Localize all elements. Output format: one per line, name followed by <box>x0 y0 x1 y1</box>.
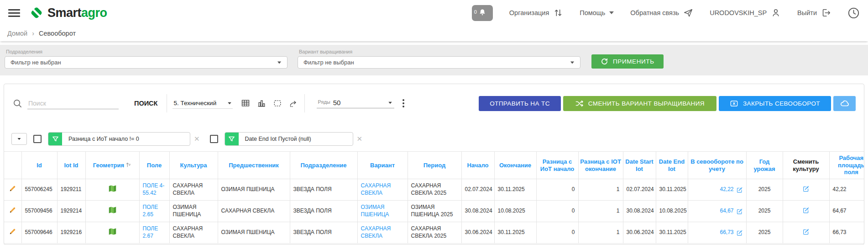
nav-feedback[interactable]: Обратная связь <box>630 8 693 18</box>
send-to-tc-button[interactable]: ОТПРАВИТЬ НА ТС <box>479 96 561 111</box>
view-select[interactable]: 5. Технический <box>173 98 233 109</box>
table-body: 557006245 1929211 ПОЛЕ 4-55.42 САХАРНАЯ … <box>4 179 864 244</box>
export-icon[interactable] <box>289 99 298 108</box>
more-options-icon[interactable] <box>403 99 404 107</box>
header-in-rotation[interactable]: В севообороте по учету <box>688 152 746 179</box>
top-header: Smartagro 0 Организация Помощь Обратная … <box>0 0 868 26</box>
cell-iot-id: 1929211 <box>57 179 85 201</box>
cell-in-rotation[interactable]: 42,22 <box>688 179 746 201</box>
cell-field-link[interactable]: ПОЛЕ 2.67 <box>139 222 169 244</box>
main-card: ПОИСК 5. Технический <box>4 84 864 245</box>
cell-id: 557006245 <box>21 179 57 201</box>
x-square-icon <box>730 99 738 108</box>
table-grid-icon[interactable] <box>241 99 250 108</box>
header-iot-id[interactable]: Iot Id <box>57 152 85 179</box>
swap-arrows-icon <box>553 8 563 18</box>
active-filters-row: Разница с ИоТ начало != 0 ✕ Date End Iot… <box>11 132 864 146</box>
nav-organization-label: Организация <box>509 9 549 16</box>
filter-chip-1-label: Разница с ИоТ начало != 0 <box>62 136 146 142</box>
header-geometry[interactable]: Геометрия <box>85 152 139 179</box>
apply-button[interactable]: ПРИМЕНИТЬ <box>591 54 664 69</box>
nav-logout[interactable]: Выйти <box>797 8 831 18</box>
header-work-area[interactable]: Рабочая площадь поля <box>829 152 864 179</box>
paper-plane-icon <box>683 8 693 18</box>
pencil-square-icon <box>802 228 810 235</box>
change-variant-button[interactable]: СМЕНИТЬ ВАРИАНТ ВЫРАЩИВАНИЯ <box>563 96 716 111</box>
cell-date-start-iot: 30.08.2024 <box>623 201 656 222</box>
header-culture[interactable]: Культура <box>169 152 218 179</box>
nav-organization[interactable]: Организация <box>509 8 563 18</box>
header-change-culture[interactable]: Сменить культуру <box>783 152 829 179</box>
cell-variant-link[interactable]: САХАРНАЯ СВЕКЛА <box>357 179 408 201</box>
topbar-right: 0 Организация Помощь Обратная связь UROD… <box>472 5 860 21</box>
menu-icon[interactable] <box>8 9 20 17</box>
filter-panel: Подразделения Фильтр не выбран Вариант в… <box>0 45 868 75</box>
division-filter-select[interactable]: Фильтр не выбран <box>5 56 288 69</box>
variant-filter-field: Вариант выращивания Фильтр не выбран <box>298 49 580 69</box>
chevron-down-icon <box>389 101 392 104</box>
cell-predecessor: САХАРНАЯ СВЕКЛА <box>218 201 290 222</box>
pencil-icon[interactable] <box>9 185 16 192</box>
header-start[interactable]: Начало <box>461 152 494 179</box>
filter-chip-1[interactable]: Разница с ИоТ начало != 0 <box>48 132 190 146</box>
filter-chip-2[interactable]: Date End Iot Пустой (null) <box>225 132 353 146</box>
cell-in-rotation[interactable]: 66,73 <box>688 222 746 244</box>
filter2-checkbox[interactable] <box>210 135 218 143</box>
cell-iot-id: 1929214 <box>57 201 85 222</box>
breadcrumb-current: Севооборот <box>39 30 76 37</box>
bar-chart-icon[interactable] <box>257 99 266 108</box>
cell-field-link[interactable]: ПОЛЕ 2.65 <box>139 201 169 222</box>
header-date-end-iot[interactable]: Date End Iot <box>656 152 688 179</box>
notification-count-badge: 0 <box>474 9 477 15</box>
cell-in-rotation[interactable]: 64,67 <box>688 201 746 222</box>
cell-field-link[interactable]: ПОЛЕ 4-55.42 <box>139 179 169 201</box>
cell-predecessor: ОЗИМАЯ ПШЕНИЦА <box>218 222 290 244</box>
notifications-button[interactable]: 0 <box>472 5 493 21</box>
filters-dropdown-button[interactable] <box>11 133 27 145</box>
nav-user[interactable]: URODOVSKIH_SP <box>710 8 781 18</box>
cell-geometry <box>85 222 139 244</box>
cell-change-culture[interactable] <box>783 179 829 201</box>
header-end[interactable]: Окончание <box>494 152 536 179</box>
logout-label: Выйти <box>797 9 817 16</box>
nav-feedback-label: Обратная связь <box>630 9 679 16</box>
header-division[interactable]: Подразделение <box>290 152 357 179</box>
cell-change-culture[interactable] <box>783 201 829 222</box>
pencil-icon[interactable] <box>9 228 16 235</box>
view-icons <box>241 99 298 108</box>
rows-per-page-select[interactable]: Ряды 50 <box>317 99 394 108</box>
filter-chip-1-close-icon[interactable]: ✕ <box>194 135 200 143</box>
cell-date-end-iot: 30.11.2025 <box>656 222 688 244</box>
search-input[interactable] <box>27 98 119 109</box>
cell-variant-link[interactable]: ОЗИМАЯ ПШЕНИЦА <box>357 201 408 222</box>
search-button[interactable]: ПОИСК <box>134 100 157 107</box>
cell-culture: ОЗИМАЯ ПШЕНИЦА <box>169 201 218 222</box>
clock-icon[interactable] <box>847 7 860 19</box>
pencil-icon[interactable] <box>9 206 16 214</box>
header-period[interactable]: Период <box>408 152 461 179</box>
filter1-checkbox[interactable] <box>33 135 42 143</box>
cloud-icon <box>840 98 850 108</box>
close-rotation-button[interactable]: ЗАКРЫТЬ СЕВООБОРОТ <box>719 96 831 111</box>
cloud-sync-button[interactable] <box>833 96 856 111</box>
header-diff-iot-end[interactable]: Разница с IOT окончание <box>578 152 623 179</box>
header-field[interactable]: Поле <box>139 152 169 179</box>
variant-filter-select[interactable]: Фильтр не выбран <box>298 56 580 69</box>
in-rotation-value: 64,67 <box>720 208 733 215</box>
filter-chip-2-close-icon[interactable]: ✕ <box>357 135 363 143</box>
map-icon[interactable] <box>108 206 117 214</box>
selection-icon[interactable] <box>273 99 282 108</box>
map-icon[interactable] <box>108 185 117 192</box>
nav-help[interactable]: Помощь <box>580 9 614 16</box>
header-predecessor[interactable]: Предшественник <box>218 152 290 179</box>
breadcrumb-home[interactable]: Домой <box>7 30 27 37</box>
header-date-start-iot[interactable]: Date Start Iot <box>623 152 656 179</box>
header-diff-iot-start[interactable]: Разница с ИоТ начало <box>536 152 578 179</box>
header-variant[interactable]: Вариант <box>357 152 408 179</box>
cell-change-culture[interactable] <box>783 222 829 244</box>
header-harvest-year[interactable]: Год урожая <box>746 152 783 179</box>
map-icon[interactable] <box>108 228 117 235</box>
cell-variant-link[interactable]: САХАРНАЯ СВЕКЛА <box>357 222 408 244</box>
logo[interactable]: Smartagro <box>28 5 107 21</box>
header-id[interactable]: Id <box>21 152 57 179</box>
